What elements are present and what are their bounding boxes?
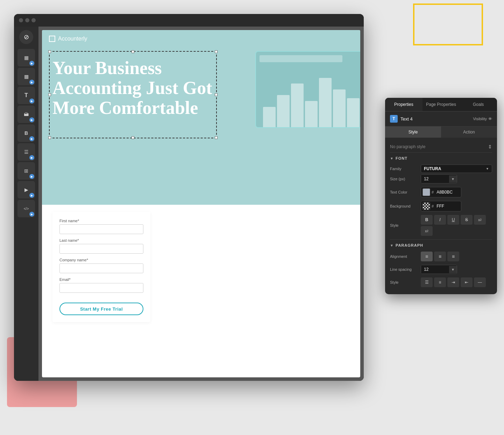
hr-button[interactable]: — bbox=[474, 277, 486, 287]
indent-button[interactable]: ⇥ bbox=[447, 277, 459, 287]
paragraph-style-text: No paragraph style bbox=[390, 144, 425, 149]
handle-bottom-center bbox=[132, 136, 134, 139]
image-icon: 🏔 bbox=[24, 111, 29, 117]
visibility-eye-icon: 👁 bbox=[488, 117, 492, 121]
sidebar-item-text[interactable]: T ▶ bbox=[17, 87, 35, 104]
sidebar-item-brand[interactable]: B ▶ bbox=[17, 124, 35, 142]
lastname-input[interactable] bbox=[59, 244, 143, 254]
video-icon: ▶ bbox=[24, 187, 28, 193]
window-dot-2 bbox=[25, 18, 29, 22]
text-color-swatch bbox=[423, 188, 430, 196]
hero-logo-text: Accounterly bbox=[58, 36, 87, 42]
editor-window: ⊘ ▦ ▶ ▩ ▶ T ▶ 🏔 ▶ B ▶ bbox=[14, 14, 364, 381]
bg-color-input-group[interactable]: # bbox=[421, 201, 461, 211]
trial-button[interactable]: Start My Free Trial bbox=[59, 303, 143, 315]
sidebar-logo[interactable]: ⊘ bbox=[19, 30, 33, 44]
email-input[interactable] bbox=[59, 283, 143, 293]
font-family-size-row: Family FUTURA ▼ bbox=[390, 165, 492, 173]
sidebar-item-video[interactable]: ▶ ▶ bbox=[17, 181, 35, 198]
website-preview: Accounterly Your Business Acc bbox=[42, 30, 360, 377]
paragraph-section-title: PARAGRAPH bbox=[396, 243, 423, 247]
left-sidebar: ⊘ ▦ ▶ ▩ ▶ T ▶ 🏔 ▶ B ▶ bbox=[14, 27, 38, 381]
handle-bottom-left bbox=[48, 136, 51, 139]
firstname-input[interactable] bbox=[59, 224, 143, 234]
tab-properties[interactable]: Properties bbox=[385, 98, 423, 111]
font-collapse-icon[interactable]: ▼ bbox=[390, 157, 393, 160]
tab-page-properties[interactable]: Page Properties bbox=[423, 98, 460, 111]
layout-icon: ▦ bbox=[24, 55, 29, 60]
font-size-dropdown-btn[interactable]: ▼ bbox=[449, 175, 457, 183]
sidebar-item-table[interactable]: ⊞ ▶ bbox=[17, 162, 35, 180]
sidebar-item-layout[interactable]: ▦ ▶ bbox=[17, 49, 35, 66]
lastname-label: Last name* bbox=[59, 238, 143, 242]
handle-bottom-right bbox=[215, 136, 218, 139]
line-spacing-input[interactable] bbox=[421, 265, 449, 274]
alignment-label: Alignment bbox=[390, 254, 418, 259]
image-badge: ▶ bbox=[29, 117, 34, 122]
text-color-input-group[interactable]: # bbox=[421, 187, 461, 197]
company-input[interactable] bbox=[59, 263, 143, 273]
sidebar-item-qr[interactable]: ▩ ▶ bbox=[17, 68, 35, 85]
editor-layout: ⊘ ▦ ▶ ▩ ▶ T ▶ 🏔 ▶ B ▶ bbox=[14, 27, 364, 381]
sub-tab-action[interactable]: Action bbox=[441, 126, 497, 138]
strikethrough-button[interactable]: S bbox=[461, 215, 473, 225]
sidebar-item-image[interactable]: 🏔 ▶ bbox=[17, 106, 35, 123]
underline-button[interactable]: U bbox=[447, 215, 459, 225]
unordered-list-button[interactable]: ☰ bbox=[421, 277, 433, 287]
handle-top-center bbox=[132, 50, 134, 53]
paragraph-style-dropdown-icon[interactable]: ⇕ bbox=[488, 144, 492, 150]
firstname-label: First name* bbox=[59, 219, 143, 223]
company-label: Company name* bbox=[59, 258, 143, 262]
visibility-control[interactable]: Visibility 👁 bbox=[473, 117, 492, 121]
code-icon: </> bbox=[24, 207, 29, 211]
logo-icon: ⊘ bbox=[24, 33, 29, 41]
bg-hash: # bbox=[430, 204, 435, 208]
font-family-dropdown-arrow: ▼ bbox=[486, 167, 489, 171]
handle-middle-left bbox=[48, 93, 51, 96]
align-left-button[interactable]: ≡ bbox=[421, 252, 433, 261]
font-size-input[interactable] bbox=[421, 175, 449, 183]
qr-badge: ▶ bbox=[29, 80, 34, 85]
hero-section: Accounterly Your Business Acc bbox=[42, 30, 360, 205]
align-right-button[interactable]: ≡ bbox=[447, 252, 459, 261]
panel-body: No paragraph style ⇕ ▼ FONT Family FUTUR… bbox=[385, 138, 497, 294]
font-size-input-group: ▼ bbox=[421, 174, 457, 183]
table-icon: ⊞ bbox=[24, 168, 28, 174]
bar-2 bbox=[277, 95, 290, 128]
text-color-input[interactable] bbox=[435, 188, 460, 196]
paragraph-style-label: Style bbox=[390, 280, 418, 284]
text-icon: T bbox=[24, 92, 28, 99]
tab-goals[interactable]: Goals bbox=[460, 98, 497, 111]
outdent-button[interactable]: ⇤ bbox=[461, 277, 473, 287]
element-type-icon: T bbox=[390, 115, 398, 123]
brand-icon: B bbox=[24, 130, 28, 136]
font-family-dropdown[interactable]: FUTURA ▼ bbox=[421, 165, 492, 173]
superscript-button[interactable]: x2 bbox=[474, 215, 486, 225]
form-section: First name* Last name* Company name* bbox=[42, 205, 360, 333]
ordered-list-button[interactable]: ≡ bbox=[434, 277, 446, 287]
window-dot-1 bbox=[19, 18, 23, 22]
bold-button[interactable]: B bbox=[421, 215, 433, 225]
bar-1 bbox=[263, 107, 276, 128]
subscript-button[interactable]: x2 bbox=[421, 226, 433, 236]
window-dot-3 bbox=[31, 18, 36, 22]
bar-3 bbox=[291, 84, 304, 128]
bar-5 bbox=[319, 78, 332, 128]
bg-color-input[interactable] bbox=[435, 202, 460, 210]
code-badge: ▶ bbox=[29, 212, 34, 217]
line-spacing-dropdown-btn[interactable]: ▼ bbox=[449, 266, 457, 273]
font-style-row: Style B I U S x2 x2 bbox=[390, 215, 492, 236]
paragraph-collapse-icon[interactable]: ▼ bbox=[390, 244, 393, 247]
font-style-buttons: B I U S x2 x2 bbox=[421, 215, 492, 236]
sidebar-item-list[interactable]: ☰ ▶ bbox=[17, 143, 35, 161]
sidebar-item-code[interactable]: </> ▶ bbox=[17, 200, 35, 217]
dashboard-mockup bbox=[255, 51, 360, 128]
paragraph-style-row: No paragraph style ⇕ bbox=[390, 141, 492, 153]
sub-tab-style[interactable]: Style bbox=[385, 126, 441, 138]
paragraph-style-buttons: ☰ ≡ ⇥ ⇤ — bbox=[421, 277, 486, 287]
handle-top-left bbox=[48, 50, 51, 53]
line-spacing-input-group: ▼ bbox=[421, 265, 457, 274]
align-center-button[interactable]: ≡ bbox=[434, 252, 446, 261]
form-group-lastname: Last name* bbox=[59, 238, 143, 254]
italic-button[interactable]: I bbox=[434, 215, 446, 225]
